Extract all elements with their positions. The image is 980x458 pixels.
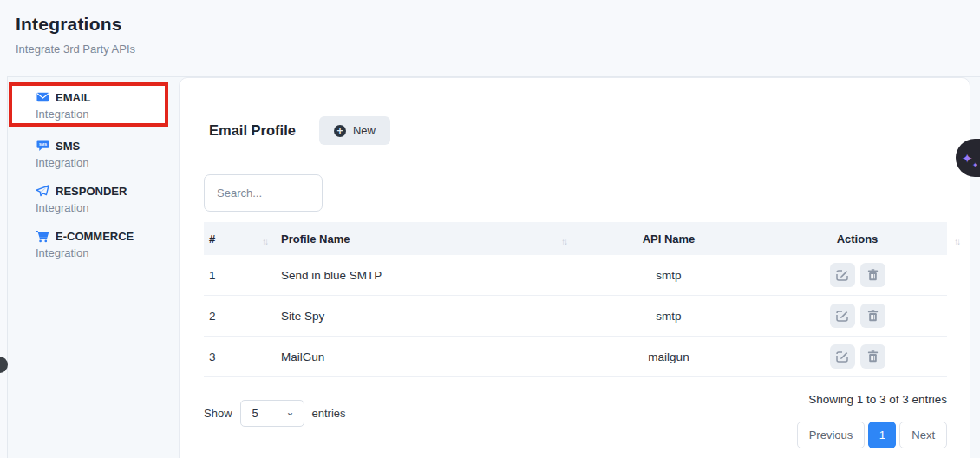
integration-nav: EMAIL Integration SMS SMS Integration — [8, 77, 179, 259]
sort-icon[interactable]: ↑↓ — [262, 237, 267, 246]
sidebar-item-sublabel: Integration — [36, 108, 179, 121]
cell-profile-name: MailGun — [272, 350, 570, 363]
column-header-label: API Name — [643, 232, 696, 245]
sidebar-item-sms[interactable]: SMS SMS Integration — [8, 139, 179, 169]
table-row: 3 MailGun mailgun — [204, 337, 947, 377]
pagination: Previous 1 Next — [797, 422, 947, 448]
delete-button[interactable] — [860, 304, 885, 328]
table-footer: Show 5 ⌄ entries Showing 1 to 3 of 3 ent… — [204, 391, 947, 448]
paper-plane-icon — [36, 184, 49, 198]
envelope-icon — [36, 90, 49, 104]
table-header-row: # ↑↓ Profile Name ↑↓ API Name Actions ↑↓ — [204, 222, 947, 255]
column-header-label: Actions — [837, 232, 879, 245]
edit-button[interactable] — [830, 304, 855, 328]
column-header-label: Profile Name — [281, 232, 350, 245]
sidebar-item-sublabel: Integration — [36, 156, 179, 169]
cell-actions — [768, 304, 947, 328]
cell-actions — [768, 263, 947, 287]
new-button[interactable]: + New — [319, 116, 390, 145]
page-title: Integrations — [16, 14, 980, 35]
column-header-api-name[interactable]: API Name — [570, 232, 768, 245]
cell-profile-name: Send in blue SMTP — [272, 269, 570, 282]
cell-profile-name: Site Spy — [272, 310, 570, 323]
show-label: Show — [204, 407, 232, 420]
next-page-button[interactable]: Next — [899, 422, 947, 448]
sidebar-item-label: SMS — [56, 140, 80, 153]
email-profile-table: # ↑↓ Profile Name ↑↓ API Name Actions ↑↓… — [204, 222, 947, 377]
edit-pencil-icon — [836, 310, 848, 322]
edit-button[interactable] — [830, 344, 855, 369]
page-subtitle: Integrate 3rd Party APIs — [16, 43, 980, 56]
panel-header: Email Profile + New — [204, 116, 945, 145]
page-size-control: Show 5 ⌄ entries — [204, 400, 346, 427]
sidebar-item-responder[interactable]: RESPONDER Integration — [8, 184, 179, 214]
column-header-actions[interactable]: Actions ↑↓ — [768, 232, 947, 245]
cell-index: 3 — [204, 350, 272, 363]
sidebar-item-label: E-COMMERCE — [56, 230, 134, 243]
content-wrapper: EMAIL Integration SMS SMS Integration — [7, 76, 980, 458]
page-size-value: 5 — [252, 407, 258, 420]
sidebar-item-sublabel: Integration — [36, 201, 179, 214]
cell-index: 1 — [204, 269, 272, 282]
cell-index: 2 — [204, 310, 272, 323]
entries-label: entries — [312, 407, 346, 420]
sort-icon[interactable]: ↑↓ — [561, 237, 566, 246]
cell-api-name: mailgun — [570, 350, 768, 363]
edit-button[interactable] — [830, 263, 855, 287]
current-page-button[interactable]: 1 — [868, 422, 896, 448]
chevron-down-icon: ⌄ — [285, 406, 294, 418]
edit-pencil-icon — [836, 350, 848, 363]
trash-icon — [867, 350, 879, 363]
edit-pencil-icon — [836, 269, 848, 281]
sidebar-item-label: EMAIL — [56, 91, 90, 104]
column-header-profile-name[interactable]: Profile Name ↑↓ — [272, 232, 570, 245]
cell-actions — [768, 344, 947, 369]
new-button-label: New — [353, 124, 376, 137]
column-header-label: # — [209, 232, 215, 245]
page-header: Integrations Integrate 3rd Party APIs — [0, 0, 980, 56]
sidebar: EMAIL Integration SMS SMS Integration — [8, 77, 179, 458]
table-row: 1 Send in blue SMTP smtp — [204, 255, 947, 296]
shopping-cart-icon — [36, 229, 49, 243]
previous-page-button[interactable]: Previous — [797, 422, 866, 448]
sparkle-icon: ✦ — [972, 162, 978, 169]
pagination-area: Showing 1 to 3 of 3 entries Previous 1 N… — [797, 391, 947, 448]
sidebar-item-label: RESPONDER — [56, 185, 127, 198]
sidebar-item-sublabel: Integration — [36, 246, 179, 259]
sms-bubble-icon: SMS — [36, 139, 49, 153]
column-header-index[interactable]: # ↑↓ — [204, 232, 272, 245]
sidebar-item-email[interactable]: EMAIL Integration — [8, 90, 179, 121]
delete-button[interactable] — [860, 263, 885, 287]
plus-circle-icon: + — [334, 125, 346, 137]
trash-icon — [867, 269, 879, 281]
panel-title: Email Profile — [209, 122, 296, 139]
sidebar-item-ecommerce[interactable]: E-COMMERCE Integration — [8, 229, 179, 259]
entries-summary: Showing 1 to 3 of 3 entries — [808, 393, 947, 406]
table-row: 2 Site Spy smtp — [204, 296, 947, 337]
cell-api-name: smtp — [570, 269, 768, 282]
page-size-select[interactable]: 5 ⌄ — [240, 400, 304, 427]
sort-icon[interactable]: ↑↓ — [954, 237, 959, 246]
cell-api-name: smtp — [570, 310, 768, 323]
trash-icon — [867, 310, 879, 322]
delete-button[interactable] — [860, 344, 885, 369]
email-profile-panel: Email Profile + New # ↑↓ Profile Name ↑↓… — [179, 77, 970, 458]
search-input[interactable] — [204, 174, 323, 212]
svg-text:SMS: SMS — [39, 142, 47, 147]
sparkle-icon: ✦ — [962, 152, 973, 165]
